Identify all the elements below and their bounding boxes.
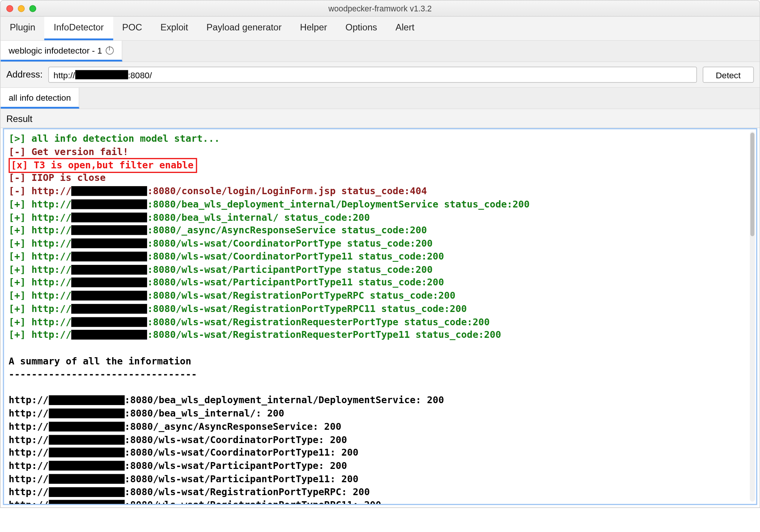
- result-line: [+] http://:8080/wls-wsat/RegistrationPo…: [9, 303, 752, 316]
- redacted-host: [49, 448, 125, 458]
- result-line: http://:8080/wls-wsat/RegistrationPortTy…: [9, 499, 752, 505]
- redacted-host: [71, 199, 147, 209]
- titlebar: woodpecker-framwork v1.3.2: [1, 1, 760, 17]
- redacted-host: [71, 265, 147, 275]
- subtab-all-info[interactable]: all info detection: [1, 88, 80, 108]
- address-value-prefix: http://: [54, 70, 75, 80]
- redacted-host: [49, 422, 125, 432]
- redacted-host: [71, 317, 147, 327]
- result-line: [+] http://:8080/wls-wsat/ParticipantPor…: [9, 263, 752, 276]
- subtabbar: all info detection: [1, 88, 760, 109]
- result-line: [+] http://:8080/wls-wsat/CoordinatorPor…: [9, 238, 752, 250]
- scroll-thumb[interactable]: [750, 133, 755, 236]
- redacted-host: [49, 408, 125, 418]
- result-pane: [>] all info detection model start...[-]…: [3, 128, 757, 505]
- result-line: [-] IIOP is close: [9, 172, 752, 185]
- scrollbar[interactable]: [750, 131, 755, 502]
- address-row: Address: http://:8080/ Detect: [1, 62, 760, 88]
- menu-item-payload-generator[interactable]: Payload generator: [197, 17, 291, 40]
- result-line: http://:8080/wls-wsat/CoordinatorPortTyp…: [9, 434, 752, 446]
- result-line: [+] http://:8080/wls-wsat/RegistrationRe…: [9, 329, 752, 342]
- result-line: A summary of all the information: [9, 355, 752, 368]
- redacted-host: [71, 252, 147, 261]
- redacted-host: [49, 461, 125, 471]
- result-line: [+] http://:8080/wls-wsat/RegistrationPo…: [9, 290, 752, 302]
- redacted-host: [71, 225, 147, 235]
- result-line: [9, 342, 752, 355]
- tab-label: weblogic infodetector - 1: [9, 45, 102, 55]
- result-line: http://:8080/_async/AsyncResponseService…: [9, 421, 752, 434]
- tabbar: weblogic infodetector - 1: [1, 41, 760, 62]
- result-label: Result: [1, 109, 760, 128]
- result-line: [>] all info detection model start...: [9, 133, 752, 146]
- redacted-host: [71, 291, 147, 301]
- result-line: http://:8080/bea_wls_internal/: 200: [9, 407, 752, 420]
- result-line: [+] http://:8080/_async/AsyncResponseSer…: [9, 224, 752, 237]
- redacted-host: [49, 500, 125, 505]
- result-line: [+] http://:8080/bea_wls_internal/ statu…: [9, 211, 752, 224]
- result-line: http://:8080/wls-wsat/ParticipantPortTyp…: [9, 473, 752, 486]
- result-line: [-] http://:8080/console/login/LoginForm…: [9, 185, 752, 198]
- menu-item-options[interactable]: Options: [336, 17, 386, 40]
- power-icon[interactable]: [106, 46, 114, 54]
- result-line: [x] T3 is open,but filter enable: [9, 159, 752, 172]
- redacted-host: [49, 396, 125, 405]
- redacted-host: [71, 239, 147, 249]
- result-line: [-] Get version fail!: [9, 146, 752, 159]
- result-line: http://:8080/wls-wsat/CoordinatorPortTyp…: [9, 446, 752, 459]
- result-line: [9, 381, 752, 394]
- app-window: woodpecker-framwork v1.3.2 PluginInfoDet…: [0, 0, 760, 508]
- result-line: ---------------------------------: [9, 368, 752, 381]
- result-line: [+] http://:8080/wls-wsat/ParticipantPor…: [9, 277, 752, 290]
- redacted-host: [71, 278, 147, 288]
- menu-item-plugin[interactable]: Plugin: [1, 17, 45, 40]
- redacted-host: [71, 186, 147, 196]
- result-line: http://:8080/wls-wsat/RegistrationPortTy…: [9, 486, 752, 499]
- address-label: Address:: [6, 70, 43, 80]
- menu-item-helper[interactable]: Helper: [291, 17, 336, 40]
- result-line: [+] http://:8080/wls-wsat/RegistrationRe…: [9, 316, 752, 329]
- result-line: http://:8080/bea_wls_deployment_internal…: [9, 394, 752, 407]
- menu-item-poc[interactable]: POC: [113, 17, 151, 40]
- redacted-host: [71, 304, 147, 314]
- result-line: http://:8080/wls-wsat/ParticipantPortTyp…: [9, 460, 752, 473]
- menu-item-exploit[interactable]: Exploit: [151, 17, 197, 40]
- menu-item-alert[interactable]: Alert: [386, 17, 424, 40]
- result-text[interactable]: [>] all info detection model start...[-]…: [4, 129, 756, 505]
- menubar: PluginInfoDetectorPOCExploitPayload gene…: [1, 17, 760, 41]
- redacted-host: [49, 474, 125, 484]
- redacted-host: [49, 487, 125, 497]
- address-value-suffix: :8080/: [128, 70, 152, 80]
- detect-button[interactable]: Detect: [703, 66, 754, 82]
- menu-item-infodetector[interactable]: InfoDetector: [44, 17, 113, 40]
- redacted-host: [49, 435, 125, 445]
- tab-infodetector[interactable]: weblogic infodetector - 1: [1, 41, 122, 61]
- result-line: [+] http://:8080/bea_wls_deployment_inte…: [9, 198, 752, 211]
- address-input[interactable]: http://:8080/: [48, 66, 697, 82]
- redacted-host: [71, 212, 147, 222]
- window-title: woodpecker-framwork v1.3.2: [1, 4, 760, 13]
- result-line: [+] http://:8080/wls-wsat/CoordinatorPor…: [9, 250, 752, 263]
- redacted-host: [71, 330, 147, 340]
- redacted-host: [75, 70, 128, 79]
